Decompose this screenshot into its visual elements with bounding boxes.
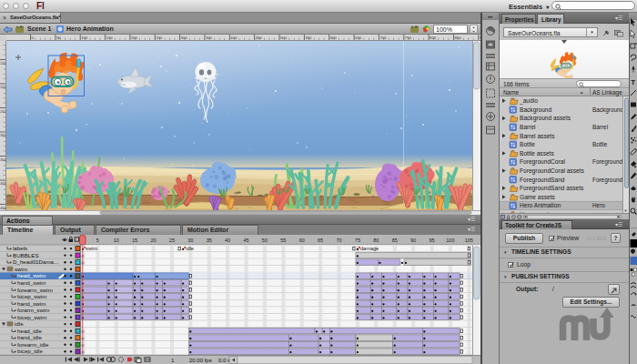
svg-text:650: 650 bbox=[355, 35, 362, 40]
svg-text:hand_swim: hand_swim bbox=[17, 300, 46, 307]
svg-text:0.0 s: 0.0 s bbox=[218, 358, 230, 363]
svg-text:Bottle: Bottle bbox=[520, 141, 535, 147]
svg-text:200: 200 bbox=[131, 35, 138, 40]
svg-text:Hero: Hero bbox=[592, 202, 605, 208]
svg-text:BUBBLES: BUBBLES bbox=[13, 252, 39, 258]
svg-text:400: 400 bbox=[0, 182, 5, 186]
svg-text:hand_swim: hand_swim bbox=[17, 279, 46, 286]
svg-text:T: T bbox=[631, 78, 635, 86]
svg-text:450: 450 bbox=[0, 207, 5, 210]
svg-text:Barrel assets: Barrel assets bbox=[520, 133, 555, 139]
svg-text:ForegroundSand: ForegroundSand bbox=[520, 177, 565, 184]
svg-text:Hero Animation: Hero Animation bbox=[520, 202, 561, 208]
svg-text:20.00 fps: 20.00 fps bbox=[189, 358, 212, 363]
svg-text:60: 60 bbox=[299, 238, 305, 243]
svg-text:Foreground: Foreground bbox=[592, 177, 622, 184]
svg-text:Game assets: Game assets bbox=[520, 194, 556, 200]
svg-text:450: 450 bbox=[256, 35, 263, 40]
svg-text:80: 80 bbox=[373, 238, 379, 243]
svg-text:550: 550 bbox=[305, 35, 312, 40]
svg-text:Background: Background bbox=[592, 106, 622, 114]
svg-text:75: 75 bbox=[355, 238, 360, 243]
svg-text:50: 50 bbox=[262, 238, 268, 243]
svg-text:30: 30 bbox=[187, 238, 193, 243]
svg-text:45: 45 bbox=[243, 238, 248, 243]
svg-text:350: 350 bbox=[206, 35, 213, 40]
svg-text:85: 85 bbox=[392, 238, 398, 243]
svg-text:15: 15 bbox=[132, 238, 137, 243]
svg-text:head_idle: head_idle bbox=[17, 328, 42, 334]
svg-text:700: 700 bbox=[379, 35, 387, 40]
svg-text:250: 250 bbox=[156, 35, 163, 40]
svg-text:200: 200 bbox=[0, 86, 5, 89]
svg-text:150: 150 bbox=[106, 35, 114, 40]
svg-text:600: 600 bbox=[330, 35, 338, 40]
svg-text:idle: idle bbox=[186, 246, 194, 251]
svg-text:10: 10 bbox=[114, 238, 119, 243]
svg-text:damage: damage bbox=[360, 246, 379, 251]
svg-text:40: 40 bbox=[225, 238, 230, 243]
svg-text:head_swim: head_swim bbox=[17, 272, 46, 278]
svg-text:250: 250 bbox=[0, 110, 5, 114]
svg-text:800: 800 bbox=[430, 35, 437, 40]
svg-text:300: 300 bbox=[0, 134, 5, 137]
svg-text:70: 70 bbox=[336, 238, 341, 243]
svg-text:Foreground: Foreground bbox=[592, 158, 622, 166]
svg-text:500: 500 bbox=[280, 35, 288, 40]
svg-text:ForegroundSand assets: ForegroundSand assets bbox=[520, 185, 584, 192]
svg-text:ForegroundCoral assets: ForegroundCoral assets bbox=[520, 167, 584, 175]
svg-text:idle: idle bbox=[15, 320, 24, 327]
svg-text:_audio: _audio bbox=[519, 97, 538, 105]
svg-text:swim: swim bbox=[15, 266, 27, 272]
svg-text:bicep_swim: bicep_swim bbox=[17, 293, 46, 299]
svg-text:Background assets: Background assets bbox=[520, 115, 571, 122]
svg-text:55: 55 bbox=[280, 238, 286, 243]
svg-text:bicep_swim: bicep_swim bbox=[17, 314, 46, 320]
svg-text:Background: Background bbox=[520, 106, 552, 114]
svg-text:bicep_idle: bicep_idle bbox=[17, 348, 43, 354]
svg-text:Bottle assets: Bottle assets bbox=[520, 150, 554, 157]
svg-text:105: 105 bbox=[465, 238, 473, 243]
svg-text:Barrel: Barrel bbox=[592, 124, 608, 130]
svg-text:swim: swim bbox=[86, 246, 97, 251]
svg-text:ForegroundCoral: ForegroundCoral bbox=[520, 158, 565, 166]
svg-text:Barrel: Barrel bbox=[520, 124, 536, 130]
svg-text:25: 25 bbox=[169, 238, 175, 243]
svg-text:35: 35 bbox=[207, 238, 212, 243]
svg-text:350: 350 bbox=[0, 158, 5, 162]
svg-text:labels: labels bbox=[13, 245, 27, 251]
svg-text:150: 150 bbox=[0, 62, 5, 66]
svg-text:400: 400 bbox=[230, 35, 238, 40]
svg-text:Bottle: Bottle bbox=[592, 141, 608, 147]
svg-text:850: 850 bbox=[455, 35, 462, 40]
svg-text:100: 100 bbox=[446, 238, 454, 243]
svg-text:forarm_swim: forarm_swim bbox=[17, 307, 49, 313]
svg-text:hand_idle: hand_idle bbox=[17, 334, 42, 340]
svg-text:20: 20 bbox=[150, 238, 156, 243]
svg-text:100: 100 bbox=[81, 35, 88, 40]
svg-text:5: 5 bbox=[96, 238, 99, 243]
svg-text:65: 65 bbox=[318, 238, 323, 243]
svg-text:300: 300 bbox=[181, 35, 188, 40]
svg-text:90: 90 bbox=[410, 238, 416, 243]
svg-text:750: 750 bbox=[405, 35, 412, 40]
svg-text:forearm_idle: forearm_idle bbox=[17, 341, 49, 348]
svg-text:95: 95 bbox=[429, 238, 434, 243]
svg-text:D_head01Dama...: D_head01Dama... bbox=[13, 258, 58, 265]
svg-text:forearm_swim: forearm_swim bbox=[17, 287, 53, 293]
svg-text:50: 50 bbox=[56, 35, 61, 40]
